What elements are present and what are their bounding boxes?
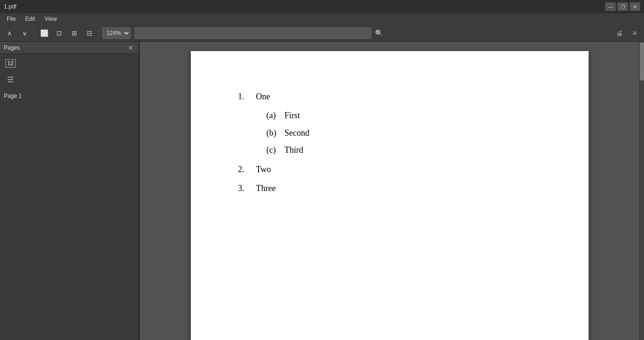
pdf-area[interactable]: 1. One (a) First (b) Second (c) Third <box>140 42 639 340</box>
sub-item-b-text: Second <box>285 125 310 140</box>
sidebar-toggle-icon: ≡ <box>633 29 636 37</box>
toolbar-separator-1 <box>34 28 35 38</box>
menu-view[interactable]: View <box>40 15 62 23</box>
sub-item-b-label: (b) <box>267 125 281 140</box>
sidebar-icons: 12 ☰ <box>0 54 139 89</box>
search-button[interactable]: 🔍 <box>373 27 385 39</box>
search-input[interactable] <box>134 27 371 39</box>
toolbar: ∧ ∨ ⬜ ⊡ ⊞ ⊟ 124% 100% 75% 150% 🔍 🖨 ≡ <box>0 25 644 42</box>
sub-item-c: (c) Third <box>267 142 541 157</box>
pages-panel-button[interactable]: 12 <box>4 57 17 70</box>
toolbar-right: 🖨 ≡ <box>613 26 641 40</box>
sub-item-c-label: (c) <box>267 142 281 157</box>
list-item-two: 2. Two <box>238 162 541 177</box>
minimize-button[interactable]: — <box>605 2 616 11</box>
sidebar-close-button[interactable]: ✕ <box>126 44 135 52</box>
title-bar: 1.pdf — ❐ ✕ <box>0 0 644 13</box>
pages-icon: 12 <box>5 59 15 68</box>
list-item-three: 3. Three <box>238 181 541 196</box>
sub-item-a: (a) First <box>267 108 541 123</box>
sidebar: Pages ✕ 12 ☰ Page 1 <box>0 42 140 340</box>
sidebar-header: Pages ✕ <box>0 42 139 54</box>
title-bar-left: 1.pdf <box>4 3 17 10</box>
menu-edit[interactable]: Edit <box>20 15 40 23</box>
sub-list-one: (a) First (b) Second (c) Third <box>267 108 541 157</box>
search-icon: 🔍 <box>375 29 383 37</box>
sub-item-b: (b) Second <box>267 125 541 140</box>
pan-icon: ⊟ <box>87 29 92 37</box>
print-button[interactable]: 🖨 <box>613 26 626 40</box>
bookmarks-icon: ☰ <box>7 75 14 84</box>
fit-width-icon: ⊡ <box>56 29 62 37</box>
prev-page-button[interactable]: ∧ <box>3 26 16 40</box>
item-1-text: One <box>256 89 270 104</box>
pdf-content: 1. One (a) First (b) Second (c) Third <box>238 89 541 196</box>
title-bar-controls: — ❐ ✕ <box>605 2 640 11</box>
select-icon: ⊞ <box>72 29 77 37</box>
fit-page-icon: ⬜ <box>40 29 48 37</box>
pdf-page: 1. One (a) First (b) Second (c) Third <box>191 51 589 340</box>
sidebar-page-1[interactable]: Page 1 <box>0 91 139 101</box>
next-page-button[interactable]: ∨ <box>18 26 31 40</box>
select-tool-button[interactable]: ⊞ <box>68 26 81 40</box>
item-2-text: Two <box>256 162 271 177</box>
menu-bar: File Edit View <box>0 13 644 25</box>
down-arrow-icon: ∨ <box>22 29 27 37</box>
item-1-num: 1. <box>238 89 252 104</box>
list-item-one: 1. One <box>238 89 541 104</box>
fit-page-button[interactable]: ⬜ <box>37 26 51 40</box>
bookmarks-panel-button[interactable]: ☰ <box>4 73 17 86</box>
print-icon: 🖨 <box>616 29 623 37</box>
maximize-button[interactable]: ❐ <box>617 2 628 11</box>
close-button[interactable]: ✕ <box>630 2 640 11</box>
sub-item-a-text: First <box>285 108 300 123</box>
item-3-text: Three <box>256 181 276 196</box>
item-2-num: 2. <box>238 162 252 177</box>
right-scrollbar[interactable] <box>639 42 644 340</box>
window-title: 1.pdf <box>4 3 17 10</box>
scroll-thumb[interactable] <box>640 43 644 80</box>
sub-item-a-label: (a) <box>267 108 281 123</box>
pan-tool-button[interactable]: ⊟ <box>83 26 96 40</box>
sub-item-c-text: Third <box>285 142 304 157</box>
menu-file[interactable]: File <box>2 15 20 23</box>
page-1-label: Page 1 <box>4 93 22 99</box>
up-arrow-icon: ∧ <box>7 29 12 37</box>
item-3-num: 3. <box>238 181 252 196</box>
search-bar: 🔍 <box>134 27 611 39</box>
main-area: Pages ✕ 12 ☰ Page 1 1. One <box>0 42 644 340</box>
zoom-select[interactable]: 124% 100% 75% 150% <box>102 27 131 39</box>
sidebar-toggle-button[interactable]: ≡ <box>628 26 641 40</box>
fit-width-button[interactable]: ⊡ <box>53 26 66 40</box>
sidebar-title: Pages <box>4 44 20 51</box>
toolbar-separator-2 <box>99 28 99 38</box>
sidebar-content: Page 1 <box>0 89 139 340</box>
